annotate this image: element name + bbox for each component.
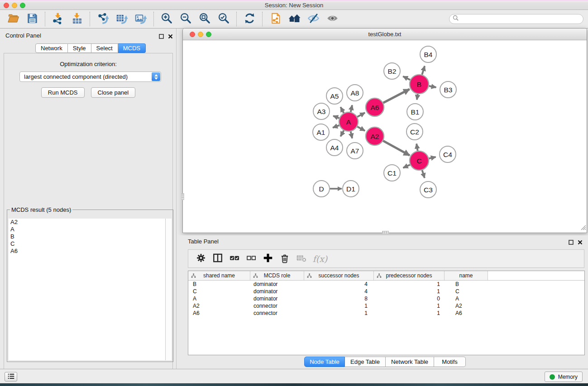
edge-A-A4[interactable] — [340, 130, 344, 136]
table-row[interactable]: Adominator80A — [188, 295, 584, 302]
import-table-button[interactable] — [69, 11, 85, 27]
float-panel-icon[interactable] — [159, 33, 164, 41]
select-all-button[interactable] — [226, 252, 243, 266]
table-cell[interactable]: connector — [250, 302, 304, 310]
home-button[interactable] — [286, 11, 302, 27]
node-A8[interactable]: A8 — [347, 85, 363, 101]
node-D[interactable]: D — [313, 181, 330, 197]
node-A3[interactable]: A3 — [313, 103, 330, 119]
table-cell[interactable]: 8 — [304, 295, 374, 302]
edge-B-B3[interactable] — [429, 86, 436, 87]
zoom-fit-button[interactable] — [196, 11, 213, 27]
node-C[interactable]: C — [410, 151, 429, 170]
run-mcds-button[interactable]: Run MCDS — [41, 87, 85, 98]
table-cell[interactable]: 1 — [374, 281, 445, 288]
table-cell[interactable]: 0 — [374, 295, 445, 302]
table-row[interactable]: Bdominator41B — [188, 281, 584, 288]
table-row[interactable]: A6connector11A6 — [188, 310, 584, 317]
node-C1[interactable]: C1 — [384, 165, 400, 181]
column-header-shared-name[interactable]: shared name — [188, 271, 250, 280]
table-cell[interactable]: C — [188, 288, 250, 295]
float-table-panel-icon[interactable] — [569, 238, 574, 247]
optimization-criterion-dropdown[interactable]: largest connected component (directed) — [19, 71, 161, 82]
refresh-button[interactable] — [241, 11, 258, 27]
network-canvas[interactable]: ABCA2A6A1A3A4A5A7A8B1B2B3B4C1C2C3C4DD1 — [183, 40, 587, 233]
add-column-button[interactable] — [259, 252, 276, 266]
edge-C-C1[interactable] — [403, 165, 410, 168]
zoom-selected-button[interactable] — [215, 11, 232, 27]
import-network-button[interactable] — [50, 11, 66, 27]
edge-C-C4[interactable] — [429, 157, 435, 158]
node-C3[interactable]: C3 — [420, 181, 436, 198]
tab-motifs[interactable]: Motifs — [434, 357, 466, 367]
column-header-successor-nodes[interactable]: successor nodes — [304, 271, 374, 280]
network-from-document-button[interactable] — [267, 11, 283, 27]
tab-edge-table[interactable]: Edge Table — [345, 357, 386, 367]
node-C4[interactable]: C4 — [440, 146, 456, 162]
export-network-button[interactable] — [95, 11, 111, 27]
memory-button[interactable]: Memory — [545, 372, 583, 382]
table-cell[interactable]: 1 — [374, 302, 445, 310]
tab-style[interactable]: Style — [68, 43, 91, 53]
table-cell[interactable]: dominator — [250, 295, 304, 302]
mcds-result-item[interactable]: A2 — [9, 219, 172, 226]
table-cell[interactable]: 1 — [304, 302, 374, 310]
edge-A-A5[interactable] — [340, 107, 344, 113]
mcds-result-item[interactable]: B — [9, 233, 172, 240]
table-cell[interactable]: dominator — [250, 281, 304, 288]
zoom-out-button[interactable] — [177, 11, 194, 27]
table-cell[interactable]: A6 — [188, 310, 250, 317]
table-cell[interactable]: B — [188, 281, 250, 288]
tab-node-table[interactable]: Node Table — [304, 357, 345, 367]
table-cell[interactable]: 1 — [374, 310, 445, 317]
node-B[interactable]: B — [410, 75, 429, 94]
table-cell[interactable]: 1 — [304, 310, 374, 317]
node-A5[interactable]: A5 — [326, 88, 343, 104]
delete-table-button[interactable] — [293, 252, 310, 266]
search-input[interactable] — [461, 15, 583, 23]
node-C2[interactable]: C2 — [406, 124, 423, 140]
task-history-button[interactable] — [5, 372, 17, 381]
close-panel-icon[interactable] — [168, 33, 173, 41]
network-close-traffic-light[interactable] — [190, 32, 195, 37]
node-A6[interactable]: A6 — [366, 98, 384, 116]
close-table-panel-icon[interactable] — [578, 238, 583, 247]
tab-network[interactable]: Network — [35, 43, 68, 53]
zoom-in-button[interactable] — [158, 11, 175, 27]
node-D1[interactable]: D1 — [343, 181, 359, 197]
save-session-button[interactable] — [24, 11, 40, 27]
tab-network-table[interactable]: Network Table — [386, 357, 434, 367]
browse-columns-button[interactable] — [209, 252, 226, 266]
edge-B-B4[interactable] — [422, 66, 425, 75]
resize-grip-icon[interactable] — [580, 224, 586, 232]
table-cell[interactable]: C — [445, 288, 488, 295]
table-cell[interactable]: 1 — [374, 288, 445, 295]
tab-select[interactable]: Select — [91, 43, 118, 53]
table-cell[interactable]: A2 — [445, 302, 488, 310]
table-row[interactable]: Cdominator41C — [188, 288, 584, 295]
edge-B-B1[interactable] — [417, 94, 418, 100]
edge-A2-C[interactable] — [383, 141, 410, 155]
edge-A-A8[interactable] — [351, 105, 352, 112]
result-list-scrollbar[interactable] — [165, 219, 172, 360]
table-row[interactable]: A2connector11A2 — [188, 302, 584, 310]
table-cell[interactable]: 4 — [304, 281, 374, 288]
search-box[interactable] — [449, 14, 583, 24]
bottom-resize-grip[interactable] — [382, 231, 389, 234]
column-header-predecessor-nodes[interactable]: predecessor nodes — [374, 271, 445, 280]
column-header-MCDS-role[interactable]: MCDS role — [250, 271, 304, 280]
tab-mcds[interactable]: MCDS — [118, 43, 146, 53]
edge-A-A3[interactable] — [333, 116, 339, 118]
settings-button[interactable] — [192, 252, 209, 266]
left-resize-grip[interactable] — [181, 193, 184, 200]
node-A4[interactable]: A4 — [326, 139, 343, 156]
node-B4[interactable]: B4 — [420, 46, 436, 62]
edge-A-A2[interactable] — [357, 127, 365, 131]
table-cell[interactable]: connector — [250, 310, 304, 317]
edge-B-B2[interactable] — [403, 76, 410, 80]
close-panel-button[interactable]: Close panel — [91, 87, 136, 98]
table-cell[interactable]: B — [445, 281, 488, 288]
show-eye-button[interactable] — [324, 11, 340, 27]
column-header-name[interactable]: name — [445, 271, 488, 280]
edge-A-A6[interactable] — [357, 113, 365, 117]
